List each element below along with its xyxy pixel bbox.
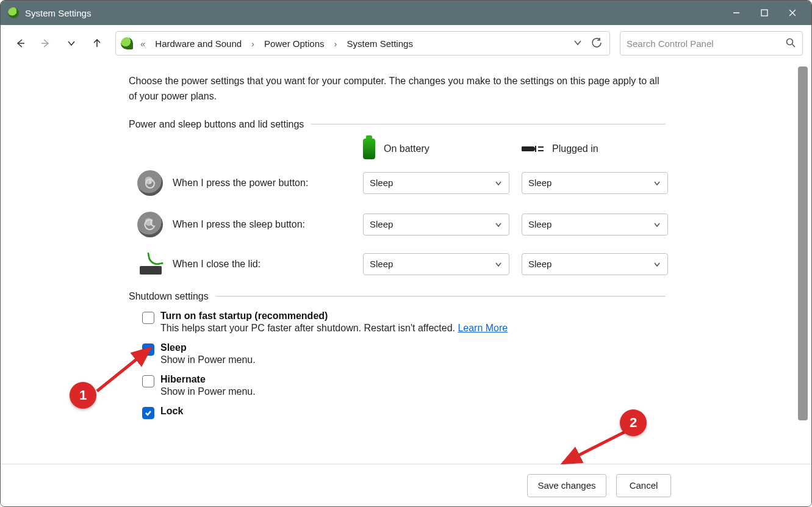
- checkbox-lock[interactable]: Lock: [142, 406, 666, 419]
- search-input[interactable]: [627, 38, 785, 49]
- search-icon[interactable]: [785, 37, 796, 50]
- annotation-marker-2: 2: [620, 409, 647, 436]
- app-icon: [8, 7, 19, 18]
- row-label-text: When I press the sleep button:: [173, 219, 305, 230]
- checkbox-icon[interactable]: [142, 407, 154, 419]
- svg-line-7: [792, 44, 796, 47]
- section-label: Power and sleep buttons and lid settings: [129, 119, 304, 130]
- checkbox-fast-startup[interactable]: Turn on fast startup (recommended) This …: [142, 311, 666, 334]
- setting-row-sleep-button: When I press the sleep button: Sleep Sle…: [129, 212, 666, 237]
- checkbox-title: Hibernate: [160, 374, 256, 385]
- content-area: Choose the power settings that you want …: [1, 62, 811, 464]
- checkbox-title: Turn on fast startup (recommended): [160, 311, 508, 322]
- breadcrumb-item[interactable]: System Settings: [345, 37, 415, 50]
- breadcrumb-item[interactable]: Power Options: [262, 37, 326, 50]
- checkbox-title: Lock: [160, 406, 183, 417]
- row-label-text: When I close the lid:: [173, 259, 260, 270]
- checkbox-sleep[interactable]: Sleep Show in Power menu.: [142, 342, 666, 365]
- power-icon: [137, 170, 163, 196]
- lid-battery-select[interactable]: Sleep: [363, 253, 509, 275]
- forward-button[interactable]: [35, 32, 57, 54]
- save-changes-button[interactable]: Save changes: [527, 474, 606, 497]
- checkbox-icon[interactable]: [142, 375, 154, 387]
- chevron-right-icon: ›: [248, 38, 258, 49]
- setting-row-close-lid: When I close the lid: Sleep Sleep: [129, 253, 666, 275]
- checkbox-desc: Show in Power menu.: [160, 386, 256, 397]
- breadcrumb-bar[interactable]: « Hardware and Sound › Power Options › S…: [115, 31, 610, 56]
- breadcrumb-overflow[interactable]: «: [137, 38, 149, 49]
- section-label: Shutdown settings: [129, 291, 209, 302]
- sleep-plugged-select[interactable]: Sleep: [522, 214, 668, 236]
- titlebar: System Settings: [1, 1, 811, 25]
- footer: Save changes Cancel: [1, 464, 811, 506]
- select-value: Sleep: [528, 259, 552, 269]
- breadcrumb-item[interactable]: Hardware and Sound: [153, 37, 244, 50]
- checkbox-desc: This helps start your PC faster after sh…: [160, 323, 508, 334]
- col-plugged-label: Plugged in: [552, 143, 598, 154]
- battery-icon: [363, 138, 375, 159]
- power-plugged-select[interactable]: Sleep: [522, 172, 668, 194]
- select-value: Sleep: [528, 178, 552, 188]
- select-value: Sleep: [370, 219, 393, 229]
- search-box[interactable]: [620, 31, 803, 56]
- cancel-button[interactable]: Cancel: [616, 474, 671, 497]
- row-label-text: When I press the power button:: [173, 178, 308, 189]
- close-button[interactable]: [778, 1, 807, 25]
- learn-more-link[interactable]: Learn More: [458, 323, 508, 333]
- checkbox-icon[interactable]: [142, 312, 154, 324]
- page-description: Choose the power settings that you want …: [129, 74, 666, 104]
- checkbox-desc: Show in Power menu.: [160, 354, 256, 365]
- svg-point-6: [787, 38, 793, 45]
- recent-button[interactable]: [60, 32, 82, 54]
- address-dropdown[interactable]: [573, 38, 583, 49]
- chevron-right-icon: ›: [331, 38, 341, 49]
- setting-row-power-button: When I press the power button: Sleep Sle…: [129, 170, 666, 196]
- section-title-shutdown: Shutdown settings: [129, 291, 666, 302]
- power-battery-select[interactable]: Sleep: [363, 172, 509, 194]
- refresh-button[interactable]: [591, 37, 602, 50]
- control-panel-icon: [121, 37, 133, 49]
- back-button[interactable]: [9, 32, 31, 54]
- svg-rect-1: [761, 10, 767, 16]
- col-battery-label: On battery: [384, 143, 429, 154]
- checkbox-title: Sleep: [160, 342, 256, 353]
- annotation-marker-1: 1: [70, 382, 96, 409]
- moon-icon: [137, 212, 163, 237]
- toolbar: « Hardware and Sound › Power Options › S…: [1, 25, 811, 62]
- select-value: Sleep: [370, 178, 393, 188]
- select-value: Sleep: [370, 259, 393, 269]
- minimize-button[interactable]: [722, 1, 750, 25]
- lid-icon: [137, 254, 163, 275]
- section-title-buttons: Power and sleep buttons and lid settings: [129, 119, 666, 130]
- lid-plugged-select[interactable]: Sleep: [522, 253, 668, 275]
- checkbox-hibernate[interactable]: Hibernate Show in Power menu.: [142, 374, 666, 397]
- maximize-button[interactable]: [750, 1, 778, 25]
- up-button[interactable]: [86, 32, 108, 54]
- window-title: System Settings: [25, 8, 91, 18]
- select-value: Sleep: [528, 219, 552, 229]
- checkbox-icon[interactable]: [142, 343, 154, 356]
- plug-icon: [522, 144, 544, 154]
- sleep-battery-select[interactable]: Sleep: [363, 214, 509, 236]
